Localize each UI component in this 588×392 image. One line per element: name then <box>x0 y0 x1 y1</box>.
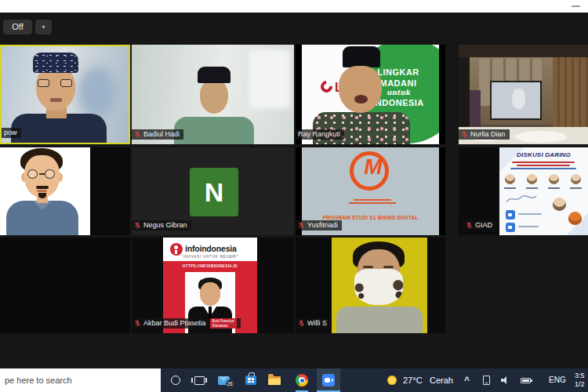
infoindonesia-brand: infoindonesia <box>185 244 237 253</box>
participant-name-label: Nurlia Dian <box>459 129 510 140</box>
infoindonesia-logo-icon <box>170 243 183 256</box>
dark-edge <box>459 57 470 132</box>
participant-name-label: GIAD <box>463 220 496 230</box>
participant-name-label: Yusfitriadi <box>296 220 342 230</box>
participant-name-label: Akbar Budi Prasetia Budi Prasetya Wartaw… <box>132 318 241 328</box>
lima-logo-icon <box>318 78 335 95</box>
bisnis-digital-logo-letter: M <box>350 154 397 180</box>
speaker-avatar <box>549 174 559 184</box>
person-shirt <box>336 307 423 333</box>
projection-screen <box>490 81 542 120</box>
task-view-button[interactable] <box>188 368 210 392</box>
speaker-name-line <box>504 187 516 189</box>
poster-subtitle-line <box>517 165 570 166</box>
muted-mic-icon <box>461 131 468 138</box>
person-eyebrow <box>363 266 373 268</box>
participant-role-badge: Budi Prasetya Wartawan <box>210 318 237 328</box>
video-tile-yusfitriadi[interactable]: M PROGRAM STUDI S1 BISNIS DIGITAL Yusfit… <box>296 147 445 235</box>
file-explorer-button[interactable] <box>263 368 285 392</box>
off-button[interactable]: Off <box>3 20 32 34</box>
speaker-icon <box>501 376 510 384</box>
screen-speaker <box>512 89 525 109</box>
video-tile-negus-gibran[interactable]: N Negus Gibran <box>132 147 294 235</box>
cortana-icon <box>171 376 180 385</box>
person-face <box>200 79 228 114</box>
search-input[interactable]: pe here to search <box>0 368 161 392</box>
muted-mic-icon <box>466 222 473 229</box>
peci-cap <box>198 67 230 83</box>
off-dropdown-caret[interactable]: ▾ <box>35 20 52 34</box>
participant-name: Ray Rangkuti <box>298 129 340 140</box>
video-tile-akbar-budi-prasetia[interactable]: infoindonesia “INOVASI UNTUK NEGERI” HTT… <box>132 238 294 333</box>
weather-desc[interactable]: Cerah <box>430 368 453 392</box>
speaker-name-line <box>526 187 538 189</box>
participant-name: Badiul Hadi <box>143 129 180 140</box>
drape <box>470 90 481 129</box>
tray-chevron[interactable]: ^ <box>464 368 470 392</box>
small-text-line <box>354 199 391 201</box>
speaker-avatar <box>571 174 581 184</box>
cartoon-mustache <box>36 186 49 189</box>
volume-button[interactable] <box>499 368 511 392</box>
tablet-icon <box>483 376 490 385</box>
store-button[interactable] <box>240 368 262 392</box>
wood-wall <box>553 57 588 132</box>
battery-icon <box>521 378 531 383</box>
speaker-avatar <box>505 174 515 184</box>
poster-title: DISKUSI DARING <box>499 151 588 158</box>
weather-temp[interactable]: 27°C <box>403 368 423 392</box>
participant-name-label: Badiul Hadi <box>132 129 183 140</box>
speaker-avatar <box>527 174 537 184</box>
video-tile-ray-rangkuti[interactable]: LINGKAR MADANI untuk INDONESIA LIMA Ray … <box>296 45 445 144</box>
cortana-button[interactable] <box>165 368 187 392</box>
zoom-app-button[interactable] <box>317 368 340 392</box>
poster-subtitle-line <box>512 162 575 163</box>
language-indicator[interactable]: ENG <box>549 368 566 392</box>
muted-mic-icon <box>134 320 141 327</box>
participant-name: Akbar Budi Prasetia <box>143 318 206 328</box>
muted-mic-icon <box>298 222 305 229</box>
mail-button[interactable]: 26 <box>212 368 235 392</box>
zoom-link-icon <box>506 210 515 220</box>
person-mouth <box>354 95 368 103</box>
program-studi-text: PROGRAM STUDI S1 BISNIS DIGITAL <box>302 215 439 220</box>
chrome-icon <box>296 374 308 387</box>
link-text-line <box>518 226 539 227</box>
video-tile-pow[interactable]: pow <box>0 45 130 144</box>
video-tile-giad[interactable]: DISKUSI DARING GIAD <box>459 147 588 235</box>
weather-button[interactable] <box>386 368 398 392</box>
video-feed <box>0 147 90 235</box>
glasses-bridge <box>39 173 45 175</box>
table-cloth <box>515 131 567 143</box>
file-explorer-icon <box>268 376 281 385</box>
video-tile-nurlia-dian[interactable]: Nurlia Dian <box>459 45 588 144</box>
mail-badge: 26 <box>226 379 234 388</box>
muted-mic-icon <box>298 320 305 327</box>
video-tile-badiul-hadi[interactable]: Badiul Hadi <box>132 45 294 144</box>
speaker-avatar <box>553 198 566 211</box>
participant-name: Nurlia Dian <box>470 129 506 140</box>
video-tile-willi-s[interactable]: Willi S <box>296 238 445 333</box>
battery-button[interactable] <box>517 368 533 392</box>
glasses-left <box>38 79 49 87</box>
video-tile-cartoon-avatar[interactable] <box>0 147 130 235</box>
participant-name: Negus Gibran <box>143 220 187 230</box>
cartoon-mouth <box>37 190 47 192</box>
screen: Off ▾ pow Badiul Hadi LINGKAR MADANI <box>0 0 588 392</box>
zoom-link-icon <box>506 223 515 232</box>
speaker-avatar <box>568 212 582 225</box>
tablet-mode-button[interactable] <box>480 368 492 392</box>
glasses-right <box>60 79 72 87</box>
chrome-button[interactable] <box>290 368 314 392</box>
video-feed <box>332 238 427 333</box>
participant-name: Willi S <box>307 318 327 328</box>
participant-name: GIAD <box>475 220 492 230</box>
person-face <box>339 66 382 113</box>
cartoon-goatee <box>38 193 46 198</box>
participant-name-label: pow <box>2 128 21 138</box>
muted-mic-icon <box>134 131 141 138</box>
minimize-icon[interactable] <box>572 5 580 7</box>
muted-mic-icon <box>134 222 141 229</box>
participant-name-label: Negus Gibran <box>132 220 191 230</box>
clock[interactable]: 3:5 1/2 <box>575 372 588 389</box>
